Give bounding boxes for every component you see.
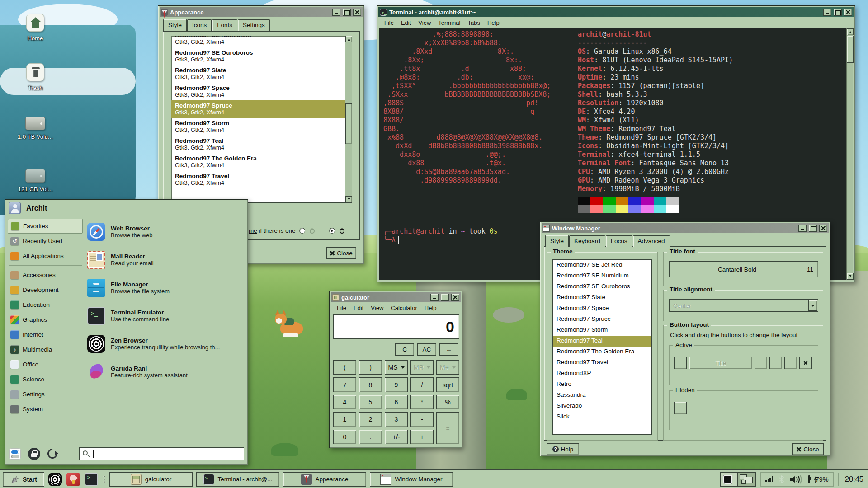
wm-theme-sassandra[interactable]: Sassandra [553, 390, 651, 401]
desktop-icon-home[interactable]: Home [14, 14, 57, 42]
search-input[interactable] [79, 447, 244, 460]
appearance-theme-redmond97-space[interactable]: Redmond97 SpaceGtk3, Gtk2, Xfwm4 [171, 83, 351, 100]
wm-theme-redmond97-slate[interactable]: Redmond97 Slate [553, 292, 651, 303]
settings-toggle-icon[interactable] [9, 448, 21, 460]
task-button-galculator[interactable]: galculator [109, 472, 193, 487]
sidebar-item-office[interactable]: Office [8, 357, 83, 372]
terminal-menu-edit[interactable]: Edit [398, 19, 414, 27]
calc-key-9[interactable]: 9 [385, 377, 408, 392]
wm-theme-redmond97-teal[interactable]: Redmond97 Teal [553, 336, 651, 347]
calc-key-[interactable]: * [410, 395, 434, 409]
logout-icon[interactable] [45, 446, 59, 460]
sidebar-item-all-applications[interactable]: All Applications [8, 249, 83, 263]
calc-key-sqrt[interactable]: sqrt [436, 377, 459, 392]
volume-icon[interactable] [789, 474, 803, 484]
terminal-menu-tabs[interactable]: Tabs [464, 19, 483, 27]
app-item-file-manager[interactable]: File ManagerBrowse the file system [85, 274, 246, 302]
calc-key-[interactable]: ( [333, 360, 356, 375]
calc-key-[interactable]: ) [359, 360, 382, 375]
calc-key-2[interactable]: 2 [359, 412, 382, 427]
appearance-theme-redmond97-the-golden-era[interactable]: Redmond97 The Golden EraGtk3, Gtk2, Xfwm… [171, 153, 351, 171]
calc-key-[interactable]: ← [439, 343, 458, 356]
sidebar-item-system[interactable]: System [8, 402, 83, 417]
wm-tab-style[interactable]: Style [545, 235, 569, 247]
app-item-zen-browser[interactable]: Zen BrowserExperience tranquillity while… [85, 330, 246, 358]
calc-key-[interactable]: +/- [385, 430, 408, 444]
appearance-theme-redmond97-spruce[interactable]: Redmond97 SpruceGtk3, Gtk2, Xfwm4 [171, 100, 351, 118]
button-slot[interactable] [784, 357, 797, 369]
appearance-theme-redmond97-se-numidium[interactable]: Redmond97 SE NumidiumGtk3, Gtk2, Xfwm4 [171, 36, 351, 47]
sidebar-item-recently-used[interactable]: ↺Recently Used [8, 234, 83, 249]
appearance-close-button[interactable]: Close [326, 247, 356, 259]
minimize-button[interactable] [823, 9, 831, 16]
app-item-garuda-rani[interactable]: Garuda RaniFeature-rich system assistant [85, 358, 246, 386]
user-avatar[interactable] [9, 202, 21, 214]
maximize-button[interactable] [343, 9, 351, 16]
wm-titlebar[interactable]: Window Manager [542, 223, 829, 233]
scroll-down-button[interactable] [847, 273, 854, 280]
start-button[interactable]: Start [3, 472, 44, 487]
calc-key-1[interactable]: 1 [333, 412, 356, 427]
sidebar-item-development[interactable]: Development [8, 282, 83, 297]
wm-tab-keyboard[interactable]: Keyboard [569, 235, 605, 247]
hidden-button-slot[interactable] [674, 402, 687, 414]
wm-tab-advanced[interactable]: Advanced [633, 235, 670, 247]
network-signal-icon[interactable] [765, 476, 773, 482]
calc-key-6[interactable]: 6 [385, 395, 408, 409]
launcher-zen-browser[interactable] [48, 472, 62, 487]
wm-theme-redmondxp[interactable]: RedmondXP [553, 368, 651, 379]
sidebar-item-education[interactable]: Education [8, 297, 83, 312]
close-button[interactable] [353, 9, 361, 16]
galculator-menu-calculator[interactable]: Calculator [387, 304, 420, 312]
title-button-slot[interactable]: Title [689, 357, 752, 369]
calc-key-8[interactable]: 8 [359, 377, 382, 392]
sidebar-item-science[interactable]: Science [8, 372, 83, 387]
calc-key-ac[interactable]: AC [417, 343, 436, 356]
workspace-1[interactable] [720, 473, 738, 486]
wm-theme-redmond97-storm[interactable]: Redmond97 Storm [553, 325, 651, 336]
close-button[interactable] [819, 225, 827, 232]
appearance-theme-redmond97-se-ouroboros[interactable]: Redmond97 SE OuroborosGtk3, Gtk2, Xfwm4 [171, 47, 351, 65]
appearance-tab-fonts[interactable]: Fonts [212, 19, 237, 31]
font-select-button[interactable]: Cantarell Bold 11 [669, 261, 818, 277]
wm-theme-redmond97-travel[interactable]: Redmond97 Travel [553, 357, 651, 368]
close-button[interactable] [451, 294, 459, 301]
terminal-menu-help[interactable]: Help [484, 19, 503, 27]
wm-theme-redmond97-se-jet-red[interactable]: Redmond97 SE Jet Red [553, 260, 651, 271]
scroll-thumb[interactable] [345, 103, 352, 144]
calc-key-0[interactable]: 0 [333, 430, 356, 444]
calc-key-[interactable]: - [410, 412, 434, 427]
calc-key-c[interactable]: C [395, 343, 414, 356]
radio-option-on[interactable] [329, 228, 335, 234]
minimize-button[interactable] [798, 225, 807, 232]
button-slot[interactable] [769, 357, 782, 369]
bluetooth-icon[interactable] [778, 475, 784, 483]
galculator-menu-help[interactable]: Help [421, 304, 440, 312]
minimize-button[interactable] [430, 294, 439, 301]
sidebar-item-internet[interactable]: Internet [8, 327, 83, 342]
sidebar-item-multimedia[interactable]: ♪Multimedia [8, 342, 83, 357]
wm-help-button[interactable]: ? Help [547, 443, 579, 455]
calc-key-3[interactable]: 3 [385, 412, 408, 427]
button-slot[interactable] [755, 357, 767, 369]
calc-key-[interactable]: . [359, 430, 382, 444]
calc-key-5[interactable]: 5 [359, 395, 382, 409]
sidebar-item-settings[interactable]: Settings [8, 387, 83, 402]
scroll-up-button[interactable] [345, 36, 352, 42]
task-button-window-manager[interactable]: Window Manager [370, 472, 453, 487]
app-item-mail-reader[interactable]: Mail ReaderRead your email [85, 246, 246, 274]
app-item-terminal-emulator[interactable]: Terminal EmulatorUse the command line [85, 302, 246, 330]
calc-key-[interactable]: = [436, 412, 459, 444]
close-button[interactable] [844, 9, 852, 16]
wm-theme-redmond97-the-golden-era[interactable]: Redmond97 The Golden Era [553, 347, 651, 357]
lock-screen-icon[interactable] [28, 448, 40, 460]
app-item-web-browser[interactable]: Web BrowserBrowse the web [85, 218, 246, 246]
desktop-icon-1-0-tb-volu[interactable]: 1.0 TB Volu... [14, 114, 57, 140]
launcher-garuda[interactable] [66, 472, 80, 487]
appearance-scrollbar[interactable] [345, 36, 352, 203]
terminal-menu-file[interactable]: File [381, 19, 397, 27]
galculator-menu-edit[interactable]: Edit [350, 304, 367, 312]
calc-key-7[interactable]: 7 [333, 377, 356, 392]
terminal-menu-view[interactable]: View [415, 19, 434, 27]
task-button-terminal-archit[interactable]: Terminal - archit@... [196, 472, 279, 487]
